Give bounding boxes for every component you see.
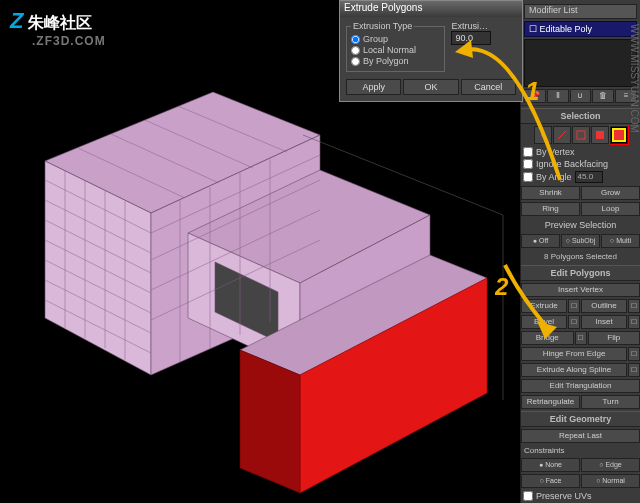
apply-button[interactable]: Apply bbox=[346, 79, 401, 95]
repeat-last-button[interactable]: Repeat Last bbox=[521, 429, 640, 443]
radio-local-normal[interactable]: Local Normal bbox=[351, 45, 440, 55]
preserve-uvs-checkbox[interactable]: Preserve UVs bbox=[521, 490, 640, 502]
edit-geometry-header[interactable]: Edit Geometry bbox=[521, 411, 640, 427]
grow-button[interactable]: Grow bbox=[581, 186, 640, 200]
preview-off-radio[interactable]: ● Off bbox=[521, 234, 560, 248]
bevel-settings-button[interactable]: □ bbox=[568, 315, 580, 329]
show-end-result-button[interactable]: Ⅱ bbox=[547, 89, 569, 103]
by-angle-checkbox[interactable]: By Angle 45.0 bbox=[521, 170, 640, 184]
ignore-backfacing-checkbox[interactable]: Ignore Backfacing bbox=[521, 158, 640, 170]
extrude-value-spinner[interactable]: 90.0 bbox=[451, 31, 491, 45]
inset-button[interactable]: Inset bbox=[581, 315, 627, 329]
hinge-button[interactable]: Hinge From Edge bbox=[521, 347, 627, 361]
radio-group[interactable]: Group bbox=[351, 34, 440, 44]
cancel-button[interactable]: Cancel bbox=[461, 79, 516, 95]
command-panel: Modifier List ☐ Editable Poly 📌 Ⅱ ∪ 🗑 ≡ … bbox=[520, 0, 640, 503]
svg-point-37 bbox=[541, 133, 545, 137]
hinge-settings-button[interactable]: □ bbox=[628, 347, 640, 361]
edit-polygons-header[interactable]: Edit Polygons bbox=[521, 265, 640, 281]
modifier-stack-item[interactable]: ☐ Editable Poly bbox=[524, 21, 637, 37]
svg-rect-41 bbox=[614, 130, 624, 140]
loop-button[interactable]: Loop bbox=[581, 202, 640, 216]
vertex-subobj-button[interactable] bbox=[534, 126, 552, 144]
watermark-side: WWW.MISSYUAN.COM bbox=[629, 24, 640, 133]
outline-button[interactable]: Outline bbox=[581, 299, 627, 313]
ring-button[interactable]: Ring bbox=[521, 202, 580, 216]
svg-rect-40 bbox=[596, 131, 604, 139]
radio-by-polygon[interactable]: By Polygon bbox=[351, 56, 440, 66]
preview-selection-label: Preview Selection bbox=[521, 218, 640, 232]
extrude-spline-settings-button[interactable]: □ bbox=[628, 363, 640, 377]
polygon-subobj-button[interactable] bbox=[591, 126, 609, 144]
watermark-logo: Z 朱峰社区 .ZF3D.COM bbox=[10, 8, 106, 48]
bridge-settings-button[interactable]: □ bbox=[575, 331, 587, 345]
edge-subobj-button[interactable] bbox=[553, 126, 571, 144]
modifier-stack[interactable] bbox=[524, 39, 637, 87]
extrude-spline-button[interactable]: Extrude Along Spline bbox=[521, 363, 627, 377]
svg-line-38 bbox=[558, 131, 566, 139]
bridge-button[interactable]: Bridge bbox=[521, 331, 574, 345]
dialog-title[interactable]: Extrude Polygons bbox=[340, 1, 522, 17]
constraint-normal-radio[interactable]: ○ Normal bbox=[581, 474, 640, 488]
extrude-button[interactable]: Extrude bbox=[521, 299, 567, 313]
extrusion-type-label: Extrusion Type bbox=[351, 21, 414, 31]
selection-header[interactable]: Selection bbox=[521, 108, 640, 124]
constraint-none-radio[interactable]: ● None bbox=[521, 458, 580, 472]
insert-vertex-button[interactable]: Insert Vertex bbox=[521, 283, 640, 297]
make-unique-button[interactable]: ∪ bbox=[570, 89, 592, 103]
turn-button[interactable]: Turn bbox=[581, 395, 640, 409]
by-vertex-checkbox[interactable]: By Vertex bbox=[521, 146, 640, 158]
modifier-list-dropdown[interactable]: Modifier List bbox=[524, 4, 637, 19]
border-subobj-button[interactable] bbox=[572, 126, 590, 144]
shrink-button[interactable]: Shrink bbox=[521, 186, 580, 200]
bevel-button[interactable]: Bevel bbox=[521, 315, 567, 329]
outline-settings-button[interactable]: □ bbox=[628, 299, 640, 313]
element-subobj-button[interactable] bbox=[610, 126, 628, 144]
selection-info: 8 Polygons Selected bbox=[521, 250, 640, 263]
constraints-label: Constraints bbox=[521, 445, 640, 456]
preview-multi-radio[interactable]: ○ Multi bbox=[601, 234, 640, 248]
extrusion-amount-label: Extrusi… bbox=[451, 21, 516, 31]
preview-subobj-radio[interactable]: ○ SubObj bbox=[561, 234, 600, 248]
retriangulate-button[interactable]: Retriangulate bbox=[521, 395, 580, 409]
constraint-edge-radio[interactable]: ○ Edge bbox=[581, 458, 640, 472]
flip-button[interactable]: Flip bbox=[588, 331, 641, 345]
angle-spinner[interactable]: 45.0 bbox=[575, 171, 603, 183]
inset-settings-button[interactable]: □ bbox=[628, 315, 640, 329]
ok-button[interactable]: OK bbox=[403, 79, 458, 95]
edit-triangulation-button[interactable]: Edit Triangulation bbox=[521, 379, 640, 393]
remove-modifier-button[interactable]: 🗑 bbox=[592, 89, 614, 103]
svg-rect-39 bbox=[577, 131, 585, 139]
extrude-settings-button[interactable]: □ bbox=[568, 299, 580, 313]
svg-marker-9 bbox=[240, 350, 300, 493]
pin-stack-button[interactable]: 📌 bbox=[524, 89, 546, 103]
extrude-dialog: Extrude Polygons Extrusion Type Group Lo… bbox=[339, 0, 523, 102]
constraint-face-radio[interactable]: ○ Face bbox=[521, 474, 580, 488]
